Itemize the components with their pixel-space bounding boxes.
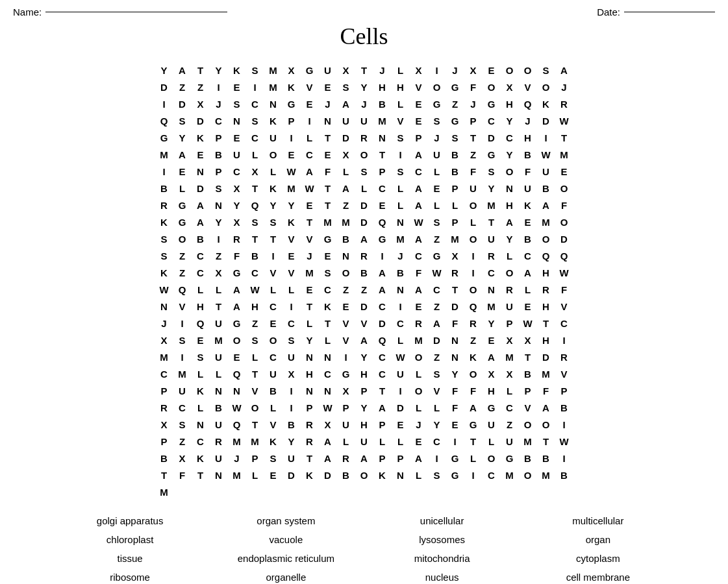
cell-9-6: S — [428, 213, 446, 230]
cell-1-3: E — [228, 79, 246, 95]
cell-1-21: J — [555, 79, 573, 95]
cell-15-6: T — [537, 315, 555, 332]
cell-7-23: Y — [282, 197, 301, 213]
cell-0-2: T — [192, 62, 210, 79]
cell-6-17: B — [155, 180, 173, 197]
cell-0-15: I — [428, 62, 446, 79]
cell-5-14: Y — [501, 146, 519, 163]
cell-5-6: O — [355, 146, 373, 163]
cell-9-20: T — [264, 230, 282, 247]
cell-2-22: S — [173, 112, 192, 129]
cell-9-12: M — [537, 213, 555, 230]
cell-12-7: O — [501, 264, 519, 281]
cell-13-6: R — [501, 281, 519, 298]
cell-6-6: P — [373, 163, 392, 180]
cell-17-9: L — [210, 365, 228, 382]
cell-1-6: K — [282, 79, 301, 95]
cell-17-6: C — [155, 365, 173, 382]
cell-2-9: J — [355, 95, 373, 112]
cell-23-0: T — [155, 467, 173, 483]
cell-19-21: A — [464, 399, 483, 416]
cell-19-14: P — [337, 399, 355, 416]
cell-3-6: N — [319, 112, 337, 129]
cell-4-23: U — [228, 146, 246, 163]
word-item-2-1: endoplasmic reticulum — [208, 551, 364, 566]
cell-4-10: P — [410, 129, 428, 146]
cell-11-6: I — [464, 247, 483, 264]
cell-4-19: M — [155, 146, 173, 163]
cell-1-9: S — [337, 79, 355, 95]
word-item-2-3: cytoplasm — [520, 551, 676, 566]
cell-14-6: E — [519, 298, 537, 315]
cell-13-9: F — [555, 281, 573, 298]
cell-0-0: Y — [155, 62, 173, 79]
cell-7-13: U — [519, 180, 537, 197]
cell-9-13: O — [555, 213, 573, 230]
cell-5-3: C — [301, 146, 319, 163]
cell-6-2: A — [301, 163, 319, 180]
cell-12-22: Z — [355, 281, 373, 298]
cell-14-21: D — [373, 315, 392, 332]
cell-19-4: R — [155, 399, 173, 416]
cell-13-15: H — [246, 298, 264, 315]
cell-21-3: Z — [173, 433, 192, 450]
cell-23-9: D — [319, 467, 337, 483]
cell-6-16: E — [555, 163, 573, 180]
cell-2-15: J — [464, 95, 483, 112]
cell-1-4: I — [246, 79, 264, 95]
cell-2-11: L — [392, 95, 410, 112]
cell-6-8: C — [410, 163, 428, 180]
cell-20-15: P — [373, 416, 392, 433]
cell-3-9: M — [373, 112, 392, 129]
cell-17-10: Q — [228, 365, 246, 382]
cell-0-3: Y — [210, 62, 228, 79]
cell-2-7: J — [319, 95, 337, 112]
cell-19-23: C — [501, 399, 519, 416]
word-item-3-3: cell membrane — [520, 570, 676, 584]
cell-17-4: D — [537, 348, 555, 365]
cell-22-14: P — [392, 450, 410, 467]
cell-3-11: E — [410, 112, 428, 129]
cell-8-23: T — [301, 213, 319, 230]
cell-5-9: A — [410, 146, 428, 163]
cell-16-21: O — [410, 348, 428, 365]
cell-16-10: U — [210, 348, 228, 365]
cell-22-1: B — [155, 450, 173, 467]
cell-10-1: A — [355, 230, 373, 247]
cell-14-0: E — [410, 298, 428, 315]
cell-16-0: N — [446, 332, 464, 348]
cell-14-9: J — [155, 315, 173, 332]
cell-1-17: O — [483, 79, 501, 95]
cell-21-11: A — [319, 433, 337, 450]
cell-23-13: N — [392, 467, 410, 483]
cell-10-13: S — [155, 247, 173, 264]
cell-6-15: U — [537, 163, 555, 180]
cell-8-10: M — [483, 197, 501, 213]
cell-11-22: O — [337, 264, 355, 281]
cell-11-5: X — [446, 247, 464, 264]
cell-10-0: B — [337, 230, 355, 247]
cell-17-18: C — [373, 365, 392, 382]
cell-21-14: L — [373, 433, 392, 450]
cell-16-14: U — [282, 348, 301, 365]
cell-11-10: Q — [537, 247, 555, 264]
cell-14-4: M — [483, 298, 501, 315]
cell-9-17: I — [210, 230, 228, 247]
cell-10-19: I — [264, 247, 282, 264]
cell-10-14: Z — [173, 247, 192, 264]
cell-13-8: R — [537, 281, 555, 298]
cell-10-3: M — [392, 230, 410, 247]
cell-21-18: I — [446, 433, 464, 450]
cell-12-12: Q — [173, 281, 192, 298]
page-title: Cells — [13, 23, 715, 50]
cell-11-18: V — [264, 264, 282, 281]
cell-19-22: G — [483, 399, 501, 416]
cell-10-12: D — [555, 230, 573, 247]
cell-8-8: L — [446, 197, 464, 213]
cell-21-15: L — [392, 433, 410, 450]
cell-18-16: P — [355, 382, 373, 399]
word-item-1-0: chloroplast — [52, 532, 208, 547]
cell-12-5: I — [464, 264, 483, 281]
cell-15-17: L — [319, 332, 337, 348]
cell-22-20: G — [501, 450, 519, 467]
